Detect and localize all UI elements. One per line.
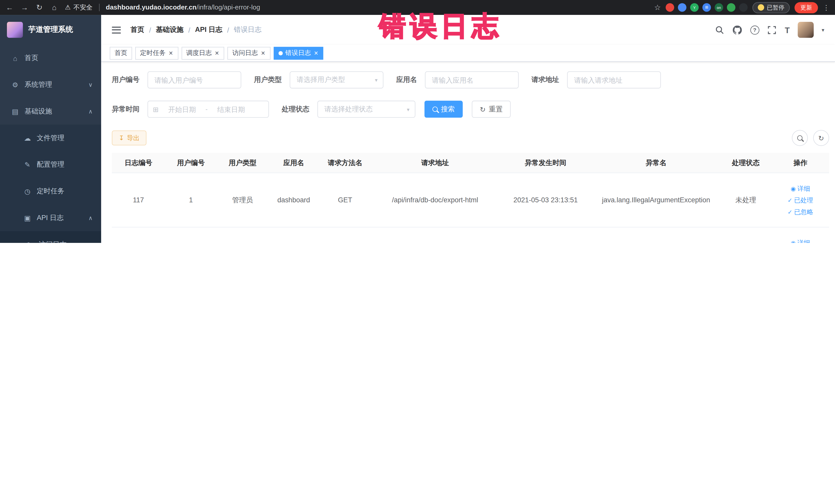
user-id-input[interactable] <box>148 72 241 88</box>
detail-link[interactable]: ◉详细 <box>791 183 810 194</box>
security-label: 不安全 <box>74 3 93 12</box>
column-header: 异常发生时间 <box>499 153 592 173</box>
filter-user-type: 用户类型 请选择用户类型 ▾ <box>254 72 384 88</box>
help-icon[interactable]: ? <box>750 25 759 35</box>
close-icon[interactable]: × <box>214 49 220 57</box>
search-icon[interactable] <box>715 25 725 35</box>
user-avatar[interactable] <box>798 22 814 38</box>
column-header: 请求方法名 <box>319 153 371 173</box>
app-logo: 芋道管理系统 <box>0 15 101 45</box>
breadcrumb-item[interactable]: 基础设施 / <box>156 25 195 35</box>
column-header: 用户类型 <box>217 153 268 173</box>
browser-reload-button[interactable]: ↻ <box>35 4 44 11</box>
extension-icon[interactable] <box>678 3 686 12</box>
sidebar-item-label: 配置管理 <box>37 160 64 169</box>
logo-image <box>7 22 23 38</box>
actions-cell: ◉详细 ✓已处理 ✓已忽略 <box>772 173 829 227</box>
browser-menu-icon[interactable]: ⋮ <box>823 3 830 11</box>
extension-strip: Y⊞on <box>666 3 748 12</box>
paused-badge[interactable]: 已暂停 <box>752 2 790 13</box>
user-type-placeholder: 请选择用户类型 <box>297 75 345 85</box>
sidebar-item[interactable]: ▤ 基础设施 ∧ <box>0 98 101 125</box>
sidebar-item[interactable]: ▣ API 日志 ∧ <box>0 205 101 231</box>
view-tab[interactable]: 首页 <box>109 47 132 60</box>
home-icon: ⌂ <box>11 54 20 62</box>
sidebar-item[interactable]: ☁ 文件管理 <box>0 124 101 151</box>
view-tab[interactable]: 定时任务 × <box>135 47 178 60</box>
export-button[interactable]: ↧ 导出 <box>112 130 147 145</box>
breadcrumb-item[interactable]: 错误日志 / <box>234 25 262 35</box>
sidebar-item-label: 首页 <box>24 53 38 63</box>
user-id-cell: 1 <box>165 173 217 227</box>
chevron-down-icon: ∨ <box>88 81 93 88</box>
sidebar-item[interactable]: ⚙ 系统管理 ∨ <box>0 72 101 98</box>
extension-icon[interactable]: Y <box>690 3 699 12</box>
header-actions: ? T ▾ <box>715 22 824 38</box>
font-size-icon[interactable]: T <box>785 25 790 35</box>
process-status-select[interactable]: 请选择处理状态 ▾ <box>317 101 415 118</box>
url-path: /infra/log/api-error-log <box>196 4 260 11</box>
bookmark-star-icon[interactable]: ☆ <box>654 3 661 12</box>
calendar-icon: ⊞ <box>153 105 159 113</box>
exception-name-cell: java.lang.IllegalArgumentException <box>592 173 720 227</box>
search-button[interactable]: 搜索 <box>424 101 463 118</box>
breadcrumb-separator: / <box>149 26 151 34</box>
security-indicator[interactable]: ⚠ 不安全 <box>65 3 93 12</box>
sidebar-item[interactable]: ✎ 配置管理 <box>0 151 101 178</box>
address-bar[interactable]: dashboard.yudao.iocoder.cn /infra/log/ap… <box>106 4 260 11</box>
extension-icon[interactable]: on <box>715 3 723 12</box>
column-header: 异常名 <box>592 153 720 173</box>
eye-icon: ◉ <box>791 183 796 194</box>
table-toolbar: ↧ 导出 ↻ <box>112 130 829 146</box>
extension-icon[interactable] <box>727 3 735 12</box>
view-tab[interactable]: 调度日志 × <box>182 47 224 60</box>
extension-icon[interactable]: ⊞ <box>702 3 711 12</box>
sidebar-item[interactable]: ◷ 定时任务 <box>0 178 101 205</box>
browser-home-button[interactable]: ⌂ <box>50 4 59 11</box>
chevron-down-icon[interactable]: ▾ <box>822 27 824 33</box>
breadcrumb-label: 错误日志 <box>234 25 262 35</box>
user-type-select[interactable]: 请选择用户类型 ▾ <box>290 72 384 88</box>
date-range-separator: - <box>206 105 208 113</box>
end-date-input[interactable] <box>210 105 252 114</box>
fullscreen-icon[interactable] <box>767 25 777 35</box>
browser-back-button[interactable]: ← <box>5 4 14 11</box>
request-url-cell: /api/infra/db-doc/export-html <box>371 173 499 227</box>
sidebar-toggle-icon[interactable] <box>112 26 121 33</box>
right-toolbar: ↻ <box>792 130 829 146</box>
url-domain: dashboard.yudao.iocoder.cn <box>106 4 196 11</box>
tab-label: 定时任务 <box>140 48 166 58</box>
sidebar-item[interactable]: ✎ 访问日志 <box>0 231 101 243</box>
browser-forward-button[interactable]: → <box>20 4 29 11</box>
reset-button[interactable]: ↻ 重置 <box>472 101 511 118</box>
breadcrumb-item[interactable]: API 日志 / <box>195 25 234 35</box>
start-date-input[interactable] <box>161 105 203 114</box>
close-icon[interactable]: × <box>168 49 174 57</box>
github-icon[interactable] <box>733 25 742 35</box>
log-id-cell: 116 <box>112 227 165 243</box>
sidebar-item[interactable]: ⌂ 首页 <box>0 45 101 72</box>
extension-icon[interactable] <box>666 3 674 12</box>
sidebar: 芋道管理系统 ⌂ 首页 ⚙ 系统管理 ∨ ▤ 基础设施 ∧ ☁ 文件管理 <box>0 15 101 243</box>
toggle-search-button[interactable] <box>792 130 808 146</box>
breadcrumb-item[interactable]: 首页 / <box>130 25 156 35</box>
ignore-link[interactable]: ✓已忽略 <box>788 206 813 218</box>
date-range-picker[interactable]: ⊞ - <box>148 101 269 118</box>
chevron-up-icon: ∧ <box>88 108 93 115</box>
emoji-face-icon <box>758 4 764 11</box>
extension-icon[interactable] <box>739 3 748 12</box>
processed-link[interactable]: ✓已处理 <box>788 194 813 206</box>
close-icon[interactable]: × <box>261 49 266 57</box>
refresh-button[interactable]: ↻ <box>813 130 829 146</box>
view-tab[interactable]: 错误日志 × <box>273 47 323 60</box>
app-name-input[interactable] <box>425 72 519 88</box>
close-icon[interactable]: × <box>313 49 319 57</box>
browser-update-button[interactable]: 更新 <box>794 2 818 13</box>
request-url-input[interactable] <box>567 72 661 88</box>
breadcrumb-separator: / <box>227 26 229 34</box>
column-header: 用户编号 <box>165 153 217 173</box>
sidebar-item-label: 基础设施 <box>24 106 52 116</box>
file-icon: ☁ <box>23 134 32 142</box>
view-tab[interactable]: 访问日志 × <box>227 47 270 60</box>
detail-link[interactable]: ◉详细 <box>791 237 810 243</box>
